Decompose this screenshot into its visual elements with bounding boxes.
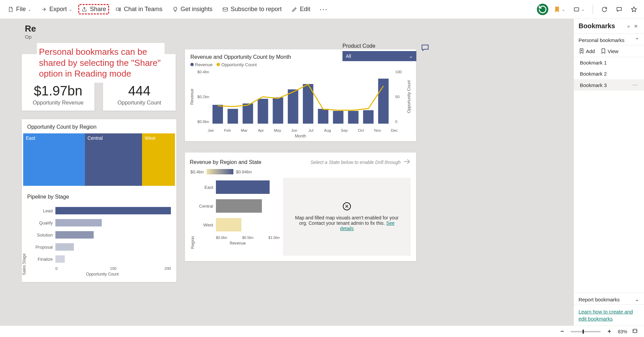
bar-fill[interactable] [55, 255, 65, 263]
svg-rect-8 [273, 97, 283, 124]
status-bar: − + 83% [0, 326, 644, 337]
zoom-thumb[interactable] [583, 330, 584, 334]
bookmarks-title: Bookmarks [579, 22, 626, 30]
view-mode-button[interactable]: ⌄ [570, 4, 587, 15]
bookmark-add-icon [579, 48, 585, 54]
export-label: Export [49, 6, 67, 13]
error-icon: ✕ [343, 202, 351, 210]
bar-label: West [196, 222, 213, 227]
legend-dot-revenue [190, 63, 194, 66]
bar-fill[interactable] [216, 218, 241, 231]
page-subtitle: Op [25, 34, 177, 40]
chevron-down-icon: ⌄ [581, 7, 585, 12]
share-button[interactable]: Share [78, 4, 109, 14]
bar-fill[interactable] [55, 231, 94, 239]
map-error-text: Map and filled map visuals aren't enable… [295, 215, 399, 226]
legend-low: $0.4bn [190, 169, 204, 174]
bar-fill[interactable] [216, 199, 262, 213]
bookmarks-pane: Bookmarks » ✕ Personal bookmarks ⌃ Add V… [573, 19, 644, 326]
more-icon[interactable]: ··· [633, 82, 638, 88]
bookmark-view-icon [600, 48, 606, 54]
axis-tick: Oct [353, 128, 369, 132]
kpi-label: Opportunity Revenue [33, 100, 83, 106]
section-label: Report bookmarks [579, 297, 635, 302]
slicer-dropdown[interactable]: All ⌄ [342, 51, 416, 61]
axis-tick: Nov [369, 128, 386, 132]
expand-pane-button[interactable]: » [626, 24, 631, 29]
gradient-bar [206, 169, 233, 174]
bookmark-view-button[interactable]: View [600, 48, 618, 54]
chat-label: Chat in Teams [124, 6, 163, 13]
teams-icon [115, 6, 122, 13]
view-label: View [608, 48, 618, 54]
report-bookmarks-section[interactable]: Report bookmarks ⌄ [574, 293, 644, 304]
bar-fill[interactable] [55, 219, 102, 226]
bookmark-item[interactable]: Bookmark 3··· [574, 79, 644, 91]
close-pane-button[interactable]: ✕ [633, 24, 639, 29]
bar-label: Finalize [34, 257, 53, 262]
svg-rect-5 [228, 109, 238, 124]
refresh-button[interactable] [598, 4, 610, 15]
share-icon [81, 6, 88, 13]
file-menu[interactable]: File ⌄ [4, 4, 35, 15]
comment-icon[interactable] [420, 43, 430, 53]
svg-rect-3 [574, 8, 579, 11]
subscribe-label: Subscribe to report [231, 6, 282, 13]
favorite-button[interactable] [628, 4, 640, 15]
treemap-visual[interactable]: Opportunity Count by Region East Central… [21, 119, 177, 282]
region-state-visual[interactable]: Revenue by Region and State Select a Sta… [185, 152, 416, 261]
chevron-up-icon: ⌃ [635, 37, 639, 43]
treemap-cell-east[interactable]: East [23, 133, 85, 186]
bookmark-name: Bookmark 3 [580, 82, 633, 88]
reset-button[interactable] [537, 4, 548, 15]
x-axis-title: Month [185, 134, 416, 138]
command-bar: File ⌄ Export ⌄ Share Chat in Teams [0, 0, 644, 19]
bookmarks-help-link[interactable]: Learn how to create and edit bookmarks [579, 309, 633, 322]
bookmark-add-button[interactable]: Add [579, 48, 595, 54]
axis-tick: $1.0bn [259, 236, 280, 240]
bar-fill[interactable] [216, 180, 270, 194]
subscribe-button[interactable]: Subscribe to report [219, 4, 285, 15]
report-canvas-area[interactable]: Personal bookmarks can be shared by sele… [0, 19, 573, 326]
axis-tick: 100 [395, 70, 407, 74]
combo-plot-area[interactable] [211, 70, 394, 124]
bookmark-toggle-button[interactable]: ⌄ [551, 4, 568, 15]
lightbulb-icon [172, 6, 179, 13]
callout-annotation: Personal bookmarks can be shared by sele… [37, 43, 165, 83]
axis-tick: 50 [395, 95, 407, 99]
insights-button[interactable]: Get insights [169, 4, 216, 15]
axis-tick: $0.5bn [237, 236, 258, 240]
svg-rect-2 [223, 7, 228, 11]
fit-to-page-button[interactable] [632, 328, 638, 335]
zoom-slider[interactable] [570, 331, 601, 332]
svg-rect-7 [258, 99, 268, 124]
map-error-visual: ✕ Map and filled map visuals aren't enab… [283, 178, 411, 256]
treemap-cell-central[interactable]: Central [85, 133, 142, 186]
personal-bookmarks-section[interactable]: Personal bookmarks ⌃ [574, 33, 644, 45]
more-menu[interactable]: ··· [316, 3, 331, 16]
file-icon [7, 6, 14, 13]
bar-fill[interactable] [55, 243, 74, 251]
svg-rect-9 [288, 89, 298, 124]
axis-tick: Feb [219, 128, 236, 132]
edit-button[interactable]: Edit [288, 4, 314, 15]
chat-teams-button[interactable]: Chat in Teams [112, 4, 166, 15]
page-title: Re [25, 24, 177, 34]
combo-chart-visual[interactable]: Revenue and Opportunity Count by Month R… [185, 49, 416, 141]
zoom-out-button[interactable]: − [558, 328, 566, 335]
bar-fill[interactable] [55, 207, 171, 214]
insights-label: Get insights [181, 6, 213, 13]
axis-tick: May [269, 128, 286, 132]
bar-label: East [196, 185, 213, 190]
export-menu[interactable]: Export ⌄ [37, 4, 76, 15]
treemap-cell-west[interactable]: West [142, 133, 175, 186]
comment-button[interactable] [613, 4, 625, 15]
svg-rect-0 [116, 8, 119, 10]
add-label: Add [586, 48, 595, 54]
bookmark-item[interactable]: Bookmark 2 [574, 68, 644, 79]
axis-tick: Jul [303, 128, 319, 132]
bookmark-item[interactable]: Bookmark 1 [574, 57, 644, 68]
axis-tick: $0.4bn [194, 70, 209, 74]
zoom-in-button[interactable]: + [605, 328, 613, 335]
legend-label: Revenue [195, 62, 213, 67]
